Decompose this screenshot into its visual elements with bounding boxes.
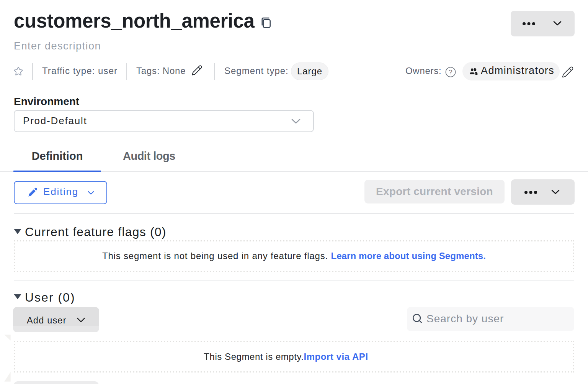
svg-text:?: ? bbox=[449, 69, 452, 76]
